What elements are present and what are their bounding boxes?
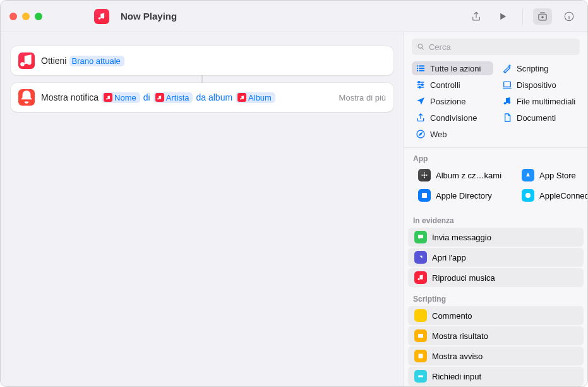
svg-rect-5 <box>417 70 418 71</box>
music-mini-icon <box>155 93 164 102</box>
svg-point-9 <box>418 82 420 83</box>
category-doc[interactable]: Documenti <box>498 111 580 125</box>
music-mini-icon <box>104 93 112 102</box>
category-label: Posizione <box>430 97 465 106</box>
search-field[interactable] <box>412 39 580 55</box>
category-label: Scripting <box>517 64 549 73</box>
item-label: Invia messaggio <box>432 233 491 242</box>
music-note-icon <box>502 96 512 106</box>
variable-token-artist[interactable]: Artista <box>153 92 193 103</box>
item-label: Mostra avviso <box>432 352 483 361</box>
window-controls <box>9 13 42 20</box>
titlebar: Now Playing <box>1 1 587 32</box>
zoom-window-button[interactable] <box>35 13 42 20</box>
svg-point-20 <box>426 175 428 176</box>
svg-rect-6 <box>419 65 424 66</box>
safari-icon <box>416 129 426 139</box>
info-button[interactable] <box>560 8 579 25</box>
category-label: Controlli <box>430 80 460 90</box>
filler-text: da album <box>196 92 232 102</box>
category-safari[interactable]: Web <box>412 127 493 141</box>
category-share[interactable]: Condivisione <box>412 111 493 125</box>
category-music-note[interactable]: File multimediali <box>498 94 580 108</box>
svg-point-16 <box>424 175 426 176</box>
svg-rect-27 <box>418 376 423 378</box>
category-label: Dispositivo <box>517 80 556 90</box>
svg-point-22 <box>525 193 531 198</box>
variable-token-name[interactable]: Nome <box>102 92 140 103</box>
action-item[interactable]: Mostra risultato <box>408 326 584 345</box>
item-label: Mostra risultato <box>432 331 488 341</box>
input-icon <box>414 370 427 383</box>
app-item[interactable]: AppleConnect <box>515 186 587 205</box>
action-item[interactable]: Riproduci musica <box>408 268 584 287</box>
toolbar-separator <box>522 8 523 25</box>
sliders-icon <box>416 80 426 90</box>
category-location[interactable]: Posizione <box>412 94 493 108</box>
action-card-get-current-song[interactable]: Ottieni Brano attuale <box>11 46 393 75</box>
play-icon <box>414 271 427 284</box>
action-card-show-notification[interactable]: Mostra notifica Nome di Artista da album… <box>11 83 393 112</box>
minimize-window-button[interactable] <box>22 13 30 20</box>
item-label: Richiedi input <box>432 372 481 381</box>
action-item[interactable]: Mostra avviso <box>408 347 584 366</box>
apps-grid: Album z cz…kamiApp StoreApple DirectoryA… <box>404 166 587 210</box>
show-more-button[interactable]: Mostra di più <box>339 93 386 102</box>
category-grid: Tutte le azioniScriptingControlliDisposi… <box>404 61 587 148</box>
svg-rect-26 <box>421 357 421 358</box>
svg-point-13 <box>504 102 507 104</box>
doc-icon <box>502 113 512 123</box>
alert-icon <box>414 350 427 362</box>
app-item[interactable]: App Store <box>515 166 587 185</box>
filler-text: di <box>143 92 150 102</box>
library-panel-button[interactable] <box>533 8 552 25</box>
item-label: Apple Directory <box>436 191 492 200</box>
search-input[interactable] <box>429 42 575 52</box>
action-item[interactable]: Invia messaggio <box>408 228 584 247</box>
item-label: Riproduci musica <box>432 273 495 283</box>
action-item[interactable]: Commento <box>408 306 584 325</box>
device-icon <box>502 80 512 90</box>
variable-token-current-song[interactable]: Brano attuale <box>69 56 124 66</box>
dir-icon <box>418 189 431 202</box>
svg-point-10 <box>421 84 423 86</box>
action-item[interactable]: Richiedi input <box>408 367 584 386</box>
category-sliders[interactable]: Controlli <box>412 78 493 92</box>
connector <box>11 75 393 83</box>
app-item[interactable]: Apple Directory <box>412 186 508 205</box>
appstore-icon <box>522 169 534 181</box>
section-header-apps: App <box>404 148 587 166</box>
item-label: Commento <box>432 311 472 321</box>
svg-point-19 <box>422 175 423 176</box>
svg-rect-25 <box>421 355 421 357</box>
conn-icon <box>522 189 534 202</box>
action-verb: Mostra notifica <box>41 92 99 102</box>
category-device[interactable]: Dispositivo <box>498 78 580 92</box>
share-button[interactable] <box>467 8 486 25</box>
actions-scroll[interactable]: App Album z cz…kamiApp StoreApple Direct… <box>404 148 587 386</box>
scripting-list: CommentoMostra risultatoMostra avvisoRic… <box>404 306 587 386</box>
action-verb: Ottieni <box>41 56 66 66</box>
svg-point-17 <box>424 173 425 174</box>
variable-token-album[interactable]: Album <box>236 92 275 103</box>
category-label: Web <box>430 130 447 139</box>
wand-icon <box>502 63 512 73</box>
svg-rect-7 <box>419 68 424 69</box>
msg-icon <box>414 231 427 243</box>
close-window-button[interactable] <box>9 13 17 20</box>
category-label: Condivisione <box>430 113 477 123</box>
action-item[interactable]: Apri l'app <box>408 248 584 267</box>
item-label: App Store <box>539 171 576 180</box>
window-title: Now Playing <box>121 11 177 22</box>
category-list[interactable]: Tutte le azioni <box>412 61 493 75</box>
workflow-canvas[interactable]: Ottieni Brano attuale Mostra notifica No… <box>1 32 404 386</box>
actions-sidebar: Tutte le azioniScriptingControlliDisposi… <box>404 32 587 386</box>
svg-point-18 <box>424 177 425 178</box>
photos-icon <box>418 169 431 181</box>
svg-rect-8 <box>419 70 424 71</box>
app-item[interactable]: Album z cz…kami <box>412 166 508 185</box>
category-wand[interactable]: Scripting <box>498 61 580 75</box>
run-button[interactable] <box>493 8 512 25</box>
notification-icon <box>18 89 35 106</box>
svg-point-2 <box>418 44 422 48</box>
